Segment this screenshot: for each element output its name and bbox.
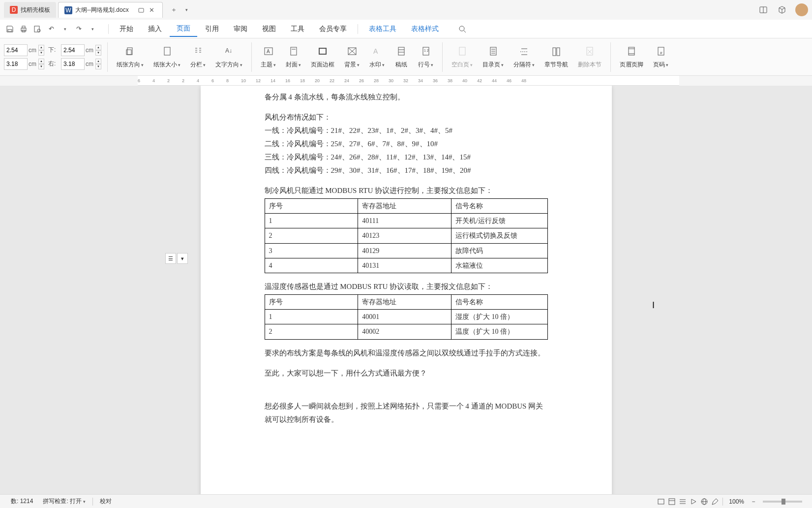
modbus-table[interactable]: 序号 寄存器地址 信号名称 1 40111 开关机/运行反馈 2 40123 运… [265, 198, 548, 273]
split-view-icon[interactable] [758, 4, 769, 15]
list-mode-icon[interactable] [677, 496, 688, 499]
cover-button[interactable]: 封面▾ [281, 43, 306, 71]
menu-tools[interactable]: 工具 [284, 22, 311, 36]
sensor-table[interactable]: 序号 寄存器地址 信号名称 1 40001 湿度（扩大 10 倍） 2 4000… [265, 294, 548, 340]
menu-view[interactable]: 视图 [255, 22, 283, 36]
table-cell[interactable]: 寄存器地址 [358, 199, 451, 214]
print-icon[interactable] [18, 23, 30, 35]
table-cell[interactable]: 开关机/运行反馈 [451, 214, 548, 228]
page-mode-icon[interactable] [666, 496, 677, 499]
blank-page-button[interactable]: 空白页▾ [447, 43, 478, 71]
margin-left-input[interactable] [4, 58, 28, 70]
table-cell[interactable]: 40111 [358, 214, 451, 228]
background-button[interactable]: 背景▾ [339, 43, 364, 71]
tab-document[interactable]: W 大纲--网络规划.docx ✕ [58, 2, 163, 18]
table-cell[interactable]: 40131 [358, 258, 451, 273]
spell-check-status[interactable]: 拼写检查: 打开 ▾ [38, 497, 90, 498]
table-cell[interactable]: 40129 [358, 243, 451, 258]
table-cell[interactable]: 序号 [265, 199, 358, 214]
edit-icon[interactable] [710, 496, 721, 499]
spin-up-icon[interactable]: ▲ [95, 59, 101, 64]
table-cell[interactable]: 40001 [358, 310, 451, 324]
spin-up-icon[interactable]: ▲ [38, 45, 44, 50]
redo-icon[interactable]: ↷ [73, 23, 85, 35]
menu-member[interactable]: 会员专享 [312, 22, 354, 36]
table-cell[interactable]: 1 [265, 310, 358, 324]
menu-reference[interactable]: 引用 [198, 22, 226, 36]
table-cell[interactable]: 信号名称 [451, 199, 548, 214]
paper-direction-button[interactable]: 纸张方向▾ [112, 43, 149, 71]
menu-review[interactable]: 审阅 [227, 22, 254, 36]
text-direction-button[interactable]: A↓ 文字方向▾ [211, 43, 247, 71]
globe-icon[interactable] [699, 496, 710, 499]
table-cell[interactable]: 湿度（扩大 10 倍） [451, 310, 548, 324]
spin-down-icon[interactable]: ▼ [95, 50, 101, 56]
word-count[interactable]: 数: 1214 [6, 497, 38, 498]
table-cell[interactable]: 温度（扩大 10 倍） [451, 324, 548, 339]
margin-right-input[interactable] [61, 58, 85, 70]
table-cell[interactable]: 水箱液位 [451, 258, 548, 273]
play-icon[interactable] [688, 496, 699, 499]
table-cell[interactable]: 4 [265, 258, 358, 273]
theme-button[interactable]: A 主题▾ [256, 43, 281, 71]
chapter-nav-button[interactable]: 章节导航 [540, 43, 573, 71]
spin-up-icon[interactable]: ▲ [38, 59, 44, 64]
label: 水印 [369, 61, 381, 69]
table-cell[interactable]: 信号名称 [451, 294, 548, 309]
menu-page[interactable]: 页面 [170, 21, 197, 37]
document-page[interactable]: 备分属 4 条流水线，每条流水线独立控制。 风机分布情况如下： 一线：冷风机编号… [201, 86, 612, 498]
undo-dropdown-icon[interactable]: ▾ [59, 23, 71, 35]
zoom-level[interactable]: 100% [729, 498, 744, 499]
table-cell[interactable]: 40002 [358, 324, 451, 339]
save-icon[interactable] [4, 23, 16, 35]
tab-dropdown-icon[interactable]: ▾ [181, 4, 192, 15]
undo-icon[interactable]: ↶ [45, 23, 57, 35]
table-cell[interactable]: 运行模式切换及反馈 [451, 228, 548, 243]
margin-top-input[interactable] [4, 44, 28, 56]
table-cell[interactable]: 故障代码 [451, 243, 548, 258]
redo-dropdown-icon[interactable]: ▾ [87, 23, 98, 35]
read-mode-icon[interactable] [656, 496, 666, 499]
ruler[interactable]: 6422468101214161820222426283032343638404… [0, 76, 812, 86]
preview-icon[interactable] [31, 23, 43, 35]
table-cell[interactable]: 2 [265, 228, 358, 243]
menu-table-tools[interactable]: 表格工具 [362, 22, 403, 36]
grid-button[interactable]: 稿纸 [390, 43, 413, 71]
outline-button[interactable]: ☰ [165, 253, 176, 264]
paper-size-button[interactable]: 纸张大小▾ [149, 43, 185, 71]
column-button[interactable]: 分栏▾ [185, 43, 211, 71]
table-cell[interactable]: 40123 [358, 228, 451, 243]
tab-close-icon[interactable]: ✕ [148, 6, 156, 15]
table-cell[interactable]: 3 [265, 243, 358, 258]
separator-button[interactable]: 分隔符▾ [509, 43, 540, 71]
cube-icon[interactable] [777, 4, 787, 15]
line-no-button[interactable]: 1 2 行号▾ [413, 43, 438, 71]
header-footer-button[interactable]: 页眉页脚 [615, 43, 648, 71]
table-cell[interactable]: 2 [265, 324, 358, 339]
spin-down-icon[interactable]: ▼ [95, 64, 101, 69]
search-icon[interactable] [456, 23, 468, 35]
tab-share-icon[interactable] [137, 6, 146, 15]
toc-button[interactable]: 目录页▾ [478, 43, 509, 71]
table-cell[interactable]: 序号 [265, 294, 358, 309]
menu-start[interactable]: 开始 [113, 22, 140, 36]
table-cell[interactable]: 寄存器地址 [358, 294, 451, 309]
menu-insert[interactable]: 插入 [141, 22, 169, 36]
spin-up-icon[interactable]: ▲ [95, 45, 101, 50]
delete-section-button[interactable]: 删除本节 [573, 43, 606, 71]
page-no-button[interactable]: # 页码▾ [648, 43, 673, 71]
table-cell[interactable]: 1 [265, 214, 358, 228]
new-tab-button[interactable]: ＋ [169, 4, 180, 15]
zoom-out-icon[interactable]: − [748, 496, 759, 499]
spin-down-icon[interactable]: ▼ [38, 64, 44, 69]
tab-templates[interactable]: D 找稻壳模板 [4, 2, 56, 18]
margin-bottom-input[interactable] [61, 44, 85, 56]
watermark-button[interactable]: A 水印▾ [364, 43, 390, 71]
page-area[interactable]: ☰ ▾ I 备分属 4 条流水线，每条流水线独立控制。 风机分布情况如下： 一线… [0, 86, 812, 498]
border-button[interactable]: 页面边框 [306, 43, 339, 71]
outline-dropdown-icon[interactable]: ▾ [177, 253, 188, 264]
spin-down-icon[interactable]: ▼ [38, 50, 44, 56]
menu-table-style[interactable]: 表格样式 [404, 22, 446, 36]
user-avatar[interactable] [795, 3, 808, 16]
proof-status[interactable]: 校对 [95, 497, 117, 498]
